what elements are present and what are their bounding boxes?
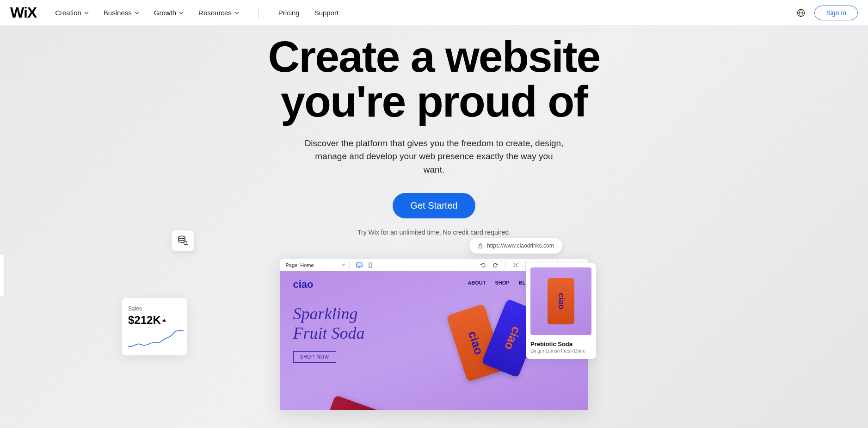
- shop-now-button[interactable]: SHOP NOW: [293, 351, 336, 363]
- trend-up-icon: [162, 318, 166, 322]
- toolbar-separator: [349, 261, 350, 269]
- url-text: https://www.ciaodrinks.com: [487, 242, 554, 249]
- nav-growth[interactable]: Growth: [154, 9, 184, 17]
- svg-rect-3: [357, 263, 362, 267]
- sales-card: Sales $212K: [122, 298, 187, 355]
- sales-value: $212K: [128, 314, 181, 327]
- product-card[interactable]: ciao Prebiotic Soda Ginger Lemon Fresh D…: [526, 263, 596, 359]
- primary-nav: Creation Business Growth Resources Prici…: [55, 8, 339, 18]
- page-selector[interactable]: Page: Home: [286, 262, 345, 268]
- lock-icon: [478, 243, 483, 248]
- language-globe-icon[interactable]: [797, 9, 805, 17]
- nav-pricing[interactable]: Pricing: [278, 9, 300, 17]
- chevron-down-icon: [234, 12, 239, 14]
- nav-business[interactable]: Business: [104, 9, 139, 17]
- product-card-can: ciao: [548, 278, 574, 324]
- svg-point-13: [184, 242, 187, 245]
- feedback-tab[interactable]: [0, 254, 4, 296]
- url-preview-pill: https://www.ciaodrinks.com: [469, 238, 562, 254]
- device-switcher: [356, 262, 374, 268]
- nav-label: Growth: [154, 9, 176, 17]
- wix-logo[interactable]: WiX: [10, 4, 37, 21]
- hero-section: Create a website you're proud of Discove…: [0, 26, 868, 236]
- sales-value-text: $212K: [128, 314, 161, 327]
- nav-label: Creation: [55, 9, 81, 17]
- product-can-red: ciao: [323, 395, 392, 410]
- nav-resources[interactable]: Resources: [198, 9, 239, 17]
- get-started-button[interactable]: Get Started: [393, 193, 475, 218]
- signin-button[interactable]: Sign In: [814, 6, 858, 20]
- nav-support[interactable]: Support: [314, 9, 339, 17]
- product-title: Prebiotic Soda: [530, 341, 591, 347]
- sales-label: Sales: [128, 305, 181, 312]
- nav-label: Pricing: [278, 9, 300, 17]
- nav-divider: [259, 8, 259, 18]
- product-image: ciao: [530, 267, 591, 335]
- nav-label: Business: [104, 9, 132, 17]
- hero-title-line1: Create a website: [268, 32, 600, 81]
- chevron-down-icon: [342, 264, 345, 266]
- toolbar-separator: [505, 261, 506, 269]
- site-nav-shop[interactable]: SHOP: [495, 280, 510, 285]
- zoom-icon[interactable]: [512, 262, 519, 268]
- hero-title: Create a website you're proud of: [0, 34, 868, 124]
- nav-label: Support: [314, 9, 339, 17]
- desktop-view-icon[interactable]: [356, 262, 363, 268]
- top-nav: WiX Creation Business Growth Resources P…: [0, 0, 868, 26]
- mobile-view-icon[interactable]: [367, 262, 374, 268]
- undo-icon[interactable]: [480, 262, 486, 268]
- site-nav-about[interactable]: ABOUT: [468, 280, 486, 285]
- database-icon: [177, 236, 188, 246]
- svg-rect-5: [369, 263, 372, 267]
- page-label: Page: Home: [286, 262, 314, 268]
- redo-icon[interactable]: [492, 262, 499, 268]
- chevron-down-icon: [84, 12, 89, 14]
- nav-label: Resources: [198, 9, 232, 17]
- site-title-line1: Sparkling: [293, 304, 358, 323]
- site-brand-logo[interactable]: ciao: [293, 279, 314, 291]
- svg-point-12: [179, 236, 185, 239]
- sales-sparkline: [128, 329, 184, 351]
- hero-subtitle: Discover the platform that gives you the…: [305, 137, 564, 177]
- hero-disclaimer: Try Wix for an unlimited time. No credit…: [0, 229, 868, 236]
- svg-line-14: [187, 244, 188, 246]
- chevron-down-icon: [135, 12, 139, 14]
- site-title-line2: Fruit Soda: [293, 324, 365, 342]
- chevron-down-icon: [179, 12, 184, 14]
- hero-title-line2: you're proud of: [281, 77, 587, 126]
- svg-rect-15: [479, 245, 482, 248]
- product-subtitle: Ginger Lemon Fresh Drink: [530, 348, 591, 354]
- header-right: Sign In: [797, 6, 858, 20]
- nav-creation[interactable]: Creation: [55, 9, 89, 17]
- database-chip[interactable]: [172, 230, 194, 251]
